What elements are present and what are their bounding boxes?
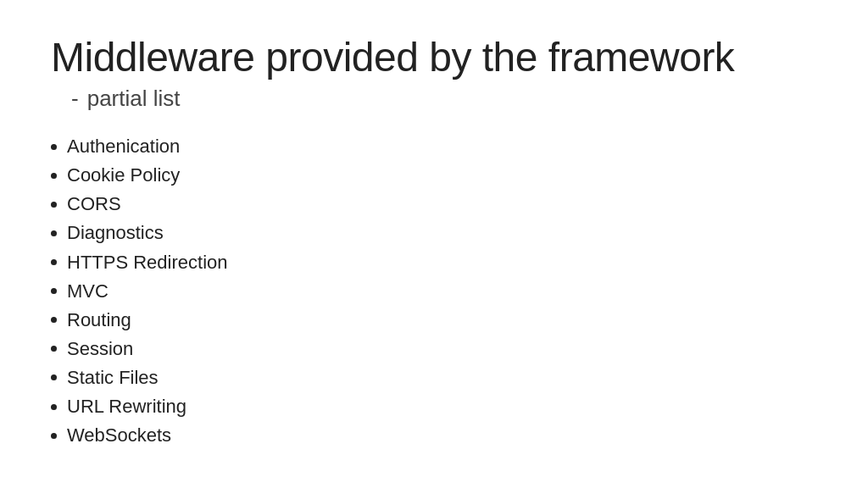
middleware-list: AuthenicationCookie PolicyCORSDiagnostic… <box>51 132 817 450</box>
list-item: Diagnostics <box>51 219 817 247</box>
subtitle-dash: - <box>71 86 79 112</box>
list-item: Session <box>51 335 817 363</box>
list-item-text: HTTPS Redirection <box>67 248 228 277</box>
bullet-dot-icon <box>51 288 57 294</box>
list-item-text: Session <box>67 335 133 363</box>
bullet-dot-icon <box>51 404 57 410</box>
bullet-dot-icon <box>51 230 57 236</box>
list-item: Static Files <box>51 363 817 392</box>
bullet-dot-icon <box>51 173 57 179</box>
bullet-dot-icon <box>51 259 57 265</box>
list-item: Authenication <box>51 132 817 161</box>
list-item: MVC <box>51 277 817 306</box>
list-item-text: WebSockets <box>67 421 171 450</box>
list-item: Routing <box>51 306 817 335</box>
list-item-text: Diagnostics <box>67 219 164 247</box>
bullet-dot-icon <box>51 374 57 380</box>
slide-container: Middleware provided by the framework - p… <box>0 0 868 488</box>
bullet-dot-icon <box>51 317 57 323</box>
bullet-dot-icon <box>51 433 57 439</box>
list-item: Cookie Policy <box>51 161 817 190</box>
list-item-text: MVC <box>67 277 108 306</box>
list-item: URL Rewriting <box>51 392 817 421</box>
list-item-text: Static Files <box>67 363 159 392</box>
slide-title: Middleware provided by the framework <box>51 34 817 80</box>
list-item-text: URL Rewriting <box>67 392 186 421</box>
list-item: HTTPS Redirection <box>51 248 817 277</box>
list-item: CORS <box>51 190 817 219</box>
bullet-dot-icon <box>51 346 57 352</box>
slide-subtitle: - partial list <box>71 86 817 112</box>
list-item-text: Cookie Policy <box>67 161 180 190</box>
list-item-text: CORS <box>67 190 121 219</box>
list-item-text: Routing <box>67 306 131 335</box>
subtitle-text: partial list <box>87 86 181 112</box>
list-item: WebSockets <box>51 421 817 450</box>
list-item-text: Authenication <box>67 132 180 161</box>
bullet-dot-icon <box>51 202 57 208</box>
bullet-dot-icon <box>51 144 57 150</box>
